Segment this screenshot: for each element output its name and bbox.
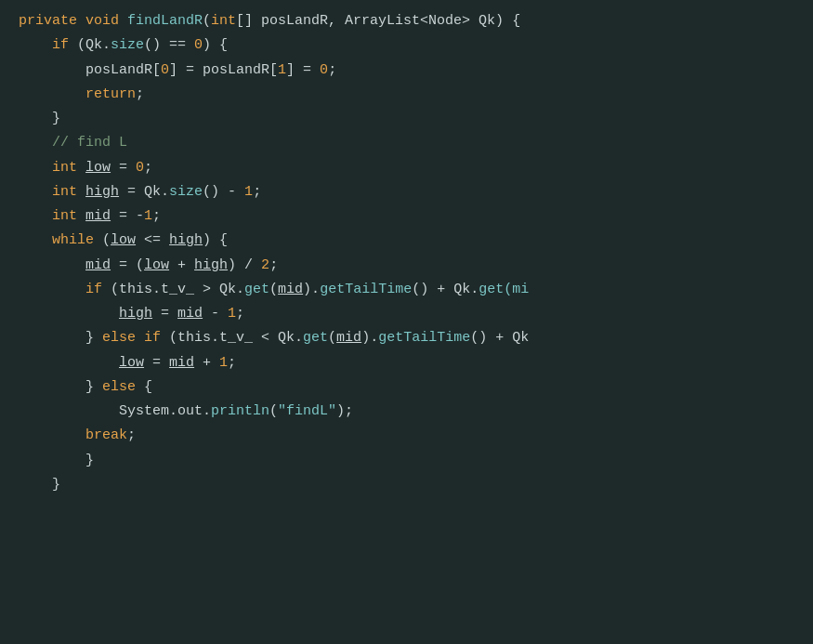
code-line: // find L [0,131,813,155]
code-line: return; [0,83,813,107]
code-editor: private void findLandR(int[] posLandR, A… [0,0,813,644]
code-line: mid = (low + high) / 2; [0,254,813,278]
code-line: high = mid - 1; [0,302,813,326]
code-line: if (Qk.size() == 0) { [0,33,813,58]
code-line: while (low <= high) { [0,229,813,253]
code-line: System.out.println("findL"); [0,400,813,424]
code-line: } else if (this.t_v_ < Qk.get(mid).getTa… [0,326,813,350]
code-line: } [0,473,813,497]
code-line: low = mid + 1; [0,351,813,375]
code-line: } [0,449,813,473]
code-line: } else { [0,375,813,400]
code-line: int high = Qk.size() - 1; [0,180,813,204]
code-line: int low = 0; [0,156,813,180]
code-line: posLandR[0] = posLandR[1] = 0; [0,59,813,83]
code-line: int mid = -1; [0,204,813,229]
code-lines: private void findLandR(int[] posLandR, A… [0,9,813,497]
code-line: private void findLandR(int[] posLandR, A… [0,9,813,33]
code-line: } [0,107,813,131]
code-line: if (this.t_v_ > Qk.get(mid).getTailTime(… [0,278,813,302]
code-line: break; [0,424,813,448]
